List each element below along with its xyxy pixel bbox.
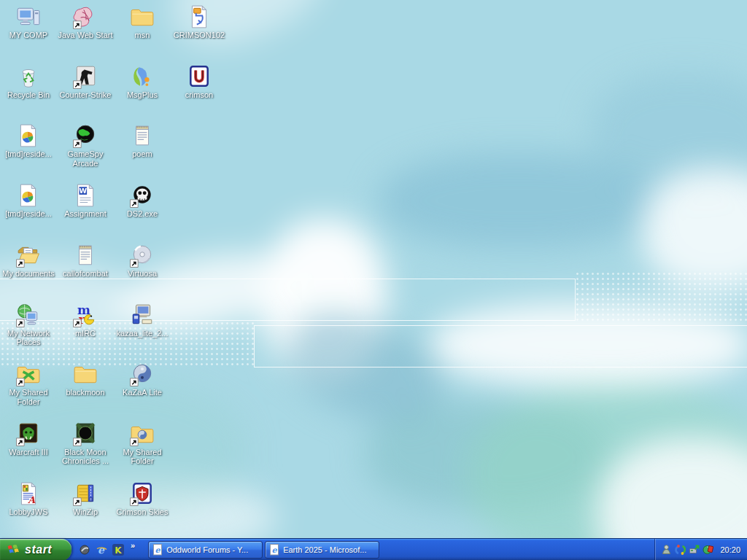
folder-icon — [130, 4, 155, 29]
desktop-icon-poem[interactable]: poem — [115, 123, 170, 159]
desktop-icon-tmd-reside[interactable]: [tmd]reside... — [1, 183, 56, 219]
desktop-icon-my-documents[interactable]: My documents — [1, 243, 56, 279]
desktop-icon-kazaa-lite[interactable]: KaZaA Lite — [115, 362, 170, 397]
svg-text:A: A — [27, 494, 36, 505]
desktop-icon-my-comp[interactable]: MY COMP — [1, 4, 56, 40]
icon-label: Assignment — [64, 209, 106, 219]
taskbar-window-button[interactable]: eEarth 2025 - Microsof... — [265, 541, 379, 559]
task-buttons: eOddworld Forums - Y...eEarth 2025 - Mic… — [148, 541, 379, 559]
icon-label: Java Web Start — [58, 31, 113, 40]
desktop-icon-crimson[interactable]: crimson — [171, 64, 227, 100]
svg-text:e: e — [272, 545, 278, 555]
start-button[interactable]: start — [0, 539, 71, 560]
icon-label: MY COMP — [9, 31, 47, 40]
desktop-icon-msgplus[interactable]: MsgPlus — [115, 64, 170, 100]
winzip-icon — [73, 481, 98, 506]
svg-text:K: K — [115, 545, 122, 555]
icon-label: Warcraft III — [9, 448, 47, 457]
icon-label: Counter-Strike — [60, 90, 112, 100]
icon-label: Virtuosa — [128, 269, 157, 279]
media-doc-icon — [16, 183, 41, 208]
cd-disc-icon — [130, 243, 155, 268]
icon-label: [tmd]reside... — [5, 149, 52, 159]
desktop-icon-msn[interactable]: msn — [115, 4, 170, 40]
desktop-icon-blackmoon[interactable]: blackmoon — [58, 362, 113, 397]
icon-label: My Network Places — [1, 329, 56, 347]
desktop-icon-gamespy-arcade[interactable]: GameSpy Arcade — [58, 123, 113, 168]
desktop-icon-my-network-places[interactable]: My Network Places — [1, 303, 56, 347]
clock[interactable]: 20:20 — [720, 545, 740, 554]
chevron-more-icon[interactable]: » — [131, 539, 135, 550]
quick-launch: e K » — [71, 539, 139, 560]
internet-explorer-page-icon: e — [269, 544, 280, 556]
desktop-icon-virtuosa[interactable]: Virtuosa — [115, 243, 170, 279]
desktop-icon-callofcombat[interactable]: callofcombat — [58, 243, 113, 279]
icon-label: CRIMSON102 — [174, 31, 225, 40]
icon-label: crimson — [185, 90, 214, 100]
folder-icon — [73, 362, 98, 386]
icon-label: GameSpy Arcade — [58, 149, 113, 168]
desktop-icon-my-shared-folder[interactable]: My Shared Folder — [115, 421, 170, 466]
my-documents-icon — [16, 243, 41, 268]
msn-messenger-icon[interactable] — [675, 544, 686, 555]
kazaa-icon — [130, 362, 155, 386]
desktop-icon-winzip[interactable]: WinZip — [58, 481, 113, 517]
icon-label: WinZip — [73, 508, 98, 517]
gamespy-icon — [73, 123, 98, 148]
icon-label: Black Moon Chronicles ... — [58, 448, 113, 466]
desktop-icon-assignment[interactable]: WAssignment — [58, 183, 113, 219]
doc-archive-icon — [187, 4, 212, 29]
desktop-icon-recycle-bin[interactable]: Recycle Bin — [1, 64, 56, 100]
wallpaper-rectangle — [254, 325, 747, 368]
taskbar-window-button[interactable]: eOddworld Forums - Y... — [148, 541, 263, 559]
network-places-icon — [16, 303, 41, 327]
warcraft-icon — [16, 421, 41, 446]
desktop-icon-black-moon-chronicles[interactable]: Black Moon Chronicles ... — [58, 421, 113, 466]
desktop-icon-mirc[interactable]: mrmIRC — [58, 303, 113, 338]
messenger-user-icon[interactable] — [661, 544, 672, 555]
taskbar: start e K » eOddworld Forums - Y...eEart… — [0, 538, 747, 560]
desktop-icon-crimson102[interactable]: CRIMSON102 — [171, 4, 227, 40]
mirc-icon: mr — [73, 303, 98, 327]
computer-icon — [16, 4, 41, 29]
desktop-icon-java-web-start[interactable]: Java Web Start — [58, 4, 113, 40]
system-tray: 20:20 — [654, 539, 747, 560]
icon-label: poem — [132, 149, 152, 159]
desktop-icon-kazaa-lite-2[interactable]: kazaa_lite_2... — [115, 303, 170, 338]
safely-remove-hardware-icon[interactable] — [689, 544, 700, 555]
internet-explorer-icon[interactable]: e — [96, 544, 107, 556]
crimson-logo-icon — [187, 64, 212, 89]
desktop-icon-warcraft-iii[interactable]: Warcraft III — [1, 421, 56, 457]
desktop-icon-my-shared-folder[interactable]: My Shared Folder — [1, 362, 56, 406]
svg-text:e: e — [98, 544, 105, 556]
black-moon-icon — [73, 421, 98, 446]
desktop-icon-ds2-exe[interactable]: DS2.exe — [115, 183, 170, 219]
svg-text:e: e — [155, 545, 161, 555]
javaws-icon — [73, 4, 98, 29]
desktop-icon-lobbyjws[interactable]: ALobbyJWS — [1, 481, 56, 517]
window-title: Oddworld Forums - Y... — [166, 545, 248, 554]
skull-icon — [130, 183, 155, 208]
window-title: Earth 2025 - Microsof... — [283, 545, 366, 554]
icon-label: Crimson Skies — [117, 508, 169, 517]
msgplus-icon — [130, 64, 155, 89]
tray-icons — [661, 544, 713, 555]
html-doc-icon: A — [16, 481, 41, 506]
app-sphere-icon[interactable] — [79, 544, 90, 556]
notepad-icon — [73, 243, 98, 268]
icon-label: My Shared Folder — [1, 388, 56, 406]
icon-label: LobbyJWS — [9, 508, 47, 517]
icon-label: callofcombat — [63, 269, 108, 279]
desktop-icon-crimson-skies[interactable]: Crimson Skies — [115, 481, 170, 517]
internet-explorer-page-icon: e — [152, 544, 163, 556]
icon-label: kazaa_lite_2... — [117, 329, 169, 338]
crimson-skies-icon — [130, 481, 155, 506]
word-doc-icon: W — [73, 183, 98, 208]
media-doc-icon — [16, 123, 41, 148]
icon-label: msn — [135, 31, 150, 40]
kazaa-icon[interactable]: K — [112, 544, 124, 556]
windows-flag-icon — [6, 542, 21, 557]
desktop-icon-tmd-reside[interactable]: [tmd]reside... — [1, 123, 56, 159]
antivirus-badge-icon[interactable] — [703, 544, 713, 555]
desktop-icon-counter-strike[interactable]: Counter-Strike — [58, 64, 113, 100]
